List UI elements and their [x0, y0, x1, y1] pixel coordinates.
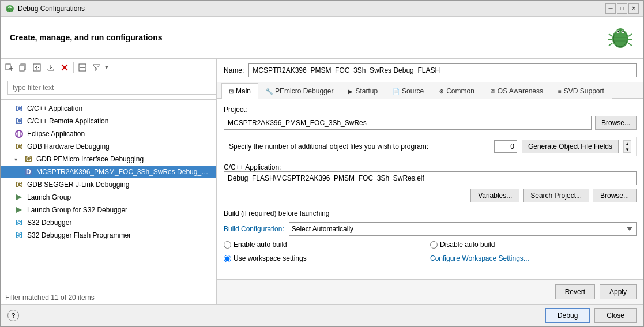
- cpp-app-label: C/C++ Application:: [224, 163, 281, 171]
- cpp-remote-label: C/C++ Remote Application: [27, 117, 108, 125]
- filter-wrap: [1, 76, 216, 100]
- maximize-button[interactable]: □: [617, 3, 627, 14]
- workspace-label: Use workspace settings: [234, 254, 307, 262]
- project-input[interactable]: [224, 116, 592, 130]
- new-config-button[interactable]: [3, 61, 16, 74]
- tab-startup[interactable]: ▶ Startup: [341, 83, 385, 99]
- os-tab-label: OS Awareness: [498, 87, 543, 95]
- os-tab-icon: 🖥: [489, 88, 495, 95]
- tab-svd[interactable]: ≡ SVD Support: [551, 83, 612, 99]
- build-config-link[interactable]: Build Configuration:: [224, 225, 284, 233]
- variables-button[interactable]: Variables...: [470, 189, 519, 202]
- configure-workspace-link[interactable]: Configure Workspace Settings...: [430, 254, 529, 262]
- tree-item-gdb-hw[interactable]: G GDB Hardware Debugging: [1, 140, 216, 153]
- apply-button[interactable]: Apply: [600, 284, 637, 299]
- cpp-browse-button[interactable]: Browse...: [593, 189, 637, 202]
- common-tab-label: Common: [446, 87, 474, 95]
- tree-item-eclipse[interactable]: Eclipse Application: [1, 127, 216, 140]
- tab-common[interactable]: ⚙ Common: [431, 83, 482, 99]
- project-browse-button[interactable]: Browse...: [595, 116, 637, 130]
- svg-line-16: [628, 34, 632, 36]
- svg-marker-49: [16, 207, 22, 213]
- svg-line-15: [609, 43, 612, 46]
- tree-item-s32[interactable]: S S32 Debugger: [1, 216, 216, 229]
- launch-s32-icon: [14, 205, 24, 215]
- window-icon: [5, 4, 14, 13]
- svd-tab-icon: ≡: [558, 88, 562, 95]
- svg-point-8: [616, 28, 625, 37]
- scroll-up[interactable]: ▲: [624, 141, 631, 146]
- filter-button[interactable]: [90, 61, 103, 74]
- toolbar: ▼: [1, 59, 216, 76]
- config-bottom-buttons: Revert Apply: [217, 279, 643, 304]
- name-row: Name:: [217, 59, 643, 82]
- disable-auto-radio[interactable]: [430, 241, 438, 249]
- tree-item-gdb-pemicro[interactable]: ▾ G GDB PEMicro Interface Debugging: [1, 153, 216, 166]
- config-name-input[interactable]: [248, 63, 637, 77]
- right-panel: Name: ⊡ Main 🔧 PEmicro Debugger ▶ Startu…: [217, 59, 643, 304]
- debug-button[interactable]: Debug: [545, 308, 590, 323]
- close-button[interactable]: Close: [594, 308, 637, 323]
- tree-item-launch-s32[interactable]: Launch Group for S32 Debugger: [1, 204, 216, 216]
- tab-main[interactable]: ⊡ Main: [221, 83, 258, 99]
- tab-os[interactable]: 🖥 OS Awareness: [482, 83, 551, 99]
- help-button[interactable]: ?: [7, 310, 19, 321]
- close-button[interactable]: ✕: [628, 3, 639, 14]
- tab-source[interactable]: 📄 Source: [385, 83, 431, 99]
- bug-icon: [607, 24, 634, 51]
- tabs-bar: ⊡ Main 🔧 PEmicro Debugger ▶ Startup 📄 So…: [217, 82, 643, 99]
- build-config-select[interactable]: Select Automatically Debug Release: [289, 222, 637, 236]
- collapse-all-button[interactable]: [76, 61, 89, 74]
- tab-pemicro[interactable]: 🔧 PEmicro Debugger: [258, 83, 341, 99]
- tab-content-main: Project: Browse... Specify the number of…: [217, 99, 643, 279]
- cpp-remote-icon: C: [14, 116, 24, 126]
- s32-flash-label: S32 Debugger Flash Programmer: [27, 231, 131, 239]
- disable-auto-row: Disable auto build: [430, 240, 637, 249]
- cpp-btn-row: Variables... Search Project... Browse...: [224, 189, 637, 202]
- tree-item-s32-flash[interactable]: S S32 Debugger Flash Programmer: [1, 229, 216, 242]
- obj-count-input[interactable]: [494, 140, 517, 153]
- debug-configurations-window: Debug Configurations ─ □ ✕ Create, manag…: [0, 0, 644, 327]
- delete-button[interactable]: [58, 61, 71, 74]
- export-button[interactable]: [31, 61, 43, 74]
- search-project-button[interactable]: Search Project...: [523, 189, 589, 202]
- project-label: Project:: [224, 106, 637, 114]
- import-button[interactable]: [44, 61, 57, 74]
- toolbar-separator: [73, 62, 74, 73]
- s32-flash-icon: S: [14, 231, 24, 240]
- svg-text:G: G: [26, 155, 31, 163]
- footer-bar: ? Debug Close: [1, 304, 643, 326]
- filter-dropdown[interactable]: ▼: [104, 64, 110, 70]
- tree-item-mcsptr[interactable]: D MCSPTR2AK396_PMSM_FOC_3Sh_SwRes Debug_…: [1, 166, 216, 178]
- cpp-app-input[interactable]: [224, 171, 637, 185]
- svg-text:S: S: [17, 231, 21, 239]
- source-tab-icon: 📄: [393, 88, 400, 95]
- tree-item-segger[interactable]: G GDB SEGGER J-Link Debugging: [1, 178, 216, 191]
- s32-icon: S: [14, 218, 24, 227]
- enable-auto-label: Enable auto build: [234, 240, 287, 249]
- svg-text:S: S: [17, 219, 21, 227]
- workspace-radio[interactable]: [224, 255, 231, 262]
- tree-item-cpp-app[interactable]: C C/C++ Application: [1, 102, 216, 115]
- expand-arrow: ▾: [14, 156, 20, 163]
- gdb-hw-label: GDB Hardware Debugging: [27, 142, 110, 151]
- build-section: Build (if required) before launching Bui…: [224, 209, 637, 266]
- window-title: Debug Configurations: [18, 5, 605, 13]
- startup-tab-icon: ▶: [348, 88, 353, 95]
- revert-button[interactable]: Revert: [555, 284, 595, 299]
- scroll-down[interactable]: ▼: [624, 146, 631, 152]
- svg-text:G: G: [17, 181, 22, 189]
- enable-auto-radio[interactable]: [224, 241, 231, 249]
- status-bar: Filter matched 11 of 20 items: [1, 291, 216, 304]
- minimize-button[interactable]: ─: [605, 3, 616, 14]
- tree-item-cpp-remote[interactable]: C C/C++ Remote Application: [1, 115, 216, 127]
- pemicro-tab-label: PEmicro Debugger: [275, 87, 333, 95]
- header-area: Create, manage, and run configurations: [1, 17, 643, 59]
- duplicate-button[interactable]: [17, 61, 29, 74]
- project-input-row: Browse...: [224, 116, 637, 130]
- tree-list: C C/C++ Application C C/C++ Remote Appli…: [1, 100, 216, 291]
- svg-text:C: C: [17, 104, 22, 112]
- filter-input[interactable]: [7, 81, 216, 95]
- tree-item-launch[interactable]: Launch Group: [1, 191, 216, 204]
- gen-obj-button[interactable]: Generate Object File Fields: [522, 140, 619, 153]
